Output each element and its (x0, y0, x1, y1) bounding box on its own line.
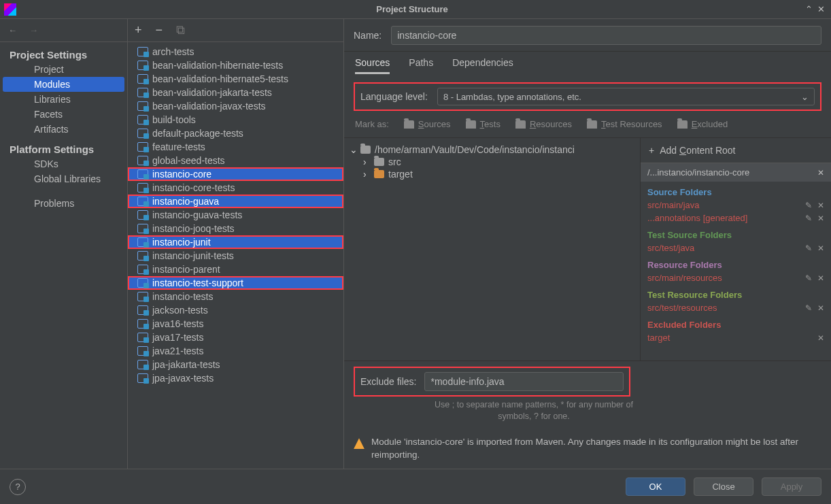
tab-paths[interactable]: Paths (409, 57, 433, 74)
copy-module-button[interactable]: ⧉ (176, 23, 185, 37)
folder-entry[interactable]: ...annotations [generated]✎✕ (641, 212, 831, 224)
nav-item-sdks[interactable]: SDKs (0, 156, 127, 171)
module-item[interactable]: global-seed-tests (128, 154, 343, 167)
remove-module-button[interactable]: − (156, 23, 163, 37)
module-list[interactable]: arch-testsbean-validation-hibernate-test… (128, 42, 343, 469)
module-name-input[interactable] (391, 26, 821, 45)
module-item[interactable]: instancio-junit (128, 235, 343, 249)
caret-right-icon[interactable]: › (363, 156, 370, 167)
tab-sources[interactable]: Sources (355, 57, 390, 74)
edit-folder-button[interactable]: ✎ (805, 201, 812, 210)
caret-down-icon[interactable]: ⌄ (350, 144, 356, 155)
module-item[interactable]: bean-validation-jakarta-tests (128, 86, 343, 99)
source-tree[interactable]: ⌄ /home/arman/Vault/Dev/Code/instancio/i… (344, 138, 641, 360)
add-content-root-label: Add Content Root (660, 145, 735, 156)
module-item[interactable]: bean-validation-hibernate5-tests (128, 72, 343, 86)
exclude-files-input[interactable] (424, 372, 624, 391)
folder-icon (466, 120, 476, 129)
mark-as-excluded[interactable]: Excluded (677, 119, 728, 129)
module-item[interactable]: java17-tests (128, 331, 343, 344)
module-item[interactable]: jackson-tests (128, 303, 343, 317)
mark-as-tests[interactable]: Tests (466, 119, 501, 129)
module-icon (137, 156, 148, 165)
folder-icon (360, 146, 371, 154)
module-item[interactable]: jpa-jakarta-tests (128, 358, 343, 371)
module-icon (137, 74, 148, 84)
nav-item-facets[interactable]: Facets (0, 107, 127, 122)
mark-as-label: Resources (530, 119, 572, 129)
tabs-row: SourcesPathsDependencies (344, 52, 831, 74)
module-item-label: java21-tests (152, 346, 203, 356)
module-item[interactable]: feature-tests (128, 140, 343, 154)
module-item[interactable]: instancio-core-tests (128, 181, 343, 195)
remove-folder-button[interactable]: ✕ (817, 201, 824, 210)
tree-item[interactable]: ›target (350, 168, 634, 180)
module-item[interactable]: jpa-javax-tests (128, 371, 343, 385)
add-content-root-button[interactable]: + Add Content Root (641, 138, 831, 163)
module-item[interactable]: build-tools (128, 113, 343, 127)
close-window-button[interactable]: ✕ (815, 4, 827, 14)
module-item-label: arch-tests (152, 46, 194, 57)
close-button[interactable]: Close (694, 477, 753, 496)
folder-entry[interactable]: src/test/resources✎✕ (641, 301, 831, 314)
nav-problems[interactable]: Problems (0, 196, 127, 211)
module-item-label: jpa-javax-tests (152, 373, 214, 384)
nav-forward-button[interactable]: → (29, 25, 38, 35)
nav-item-artifacts[interactable]: Artifacts (0, 122, 127, 137)
help-button[interactable]: ? (10, 479, 26, 495)
remove-folder-button[interactable]: ✕ (817, 214, 824, 223)
mid-row: ⌄ /home/arman/Vault/Dev/Code/instancio/i… (344, 137, 831, 361)
folder-entry[interactable]: src/main/resources✎✕ (641, 271, 831, 284)
module-item[interactable]: instancio-core (128, 167, 343, 181)
mark-as-sources[interactable]: Sources (404, 119, 451, 129)
module-icon (137, 183, 148, 192)
module-item[interactable]: instancio-junit-tests (128, 249, 343, 263)
folder-entry[interactable]: src/main/java✎✕ (641, 199, 831, 212)
module-item[interactable]: bean-validation-javax-tests (128, 99, 343, 113)
module-item[interactable]: instancio-tests (128, 290, 343, 303)
caret-right-icon[interactable]: › (363, 169, 370, 180)
module-item[interactable]: instancio-parent (128, 263, 343, 276)
folder-entry[interactable]: src/test/java✎✕ (641, 241, 831, 254)
edit-folder-button[interactable]: ✎ (805, 273, 812, 283)
language-level-dropdown[interactable]: 8 - Lambdas, type annotations, etc. ⌄ (437, 88, 815, 105)
tree-item[interactable]: ›src (350, 156, 634, 168)
module-item[interactable]: instancio-test-support (128, 276, 343, 290)
module-item[interactable]: arch-tests (128, 45, 343, 58)
folder-icon (515, 120, 526, 129)
module-icon (137, 373, 148, 383)
titlebar: Project Structure ⌃ ✕ (0, 0, 831, 19)
folder-entry[interactable]: target✕ (641, 331, 831, 344)
remove-folder-button[interactable]: ✕ (817, 333, 824, 343)
edit-folder-button[interactable]: ✎ (805, 243, 812, 253)
edit-folder-button[interactable]: ✎ (805, 214, 812, 223)
mark-as-label: Tests (480, 119, 501, 129)
minimize-button[interactable]: ⌃ (802, 4, 815, 14)
nav-item-libraries[interactable]: Libraries (0, 92, 127, 107)
nav-item-modules[interactable]: Modules (3, 77, 124, 92)
ok-button[interactable]: OK (626, 477, 685, 496)
tree-root[interactable]: ⌄ /home/arman/Vault/Dev/Code/instancio/i… (350, 144, 634, 156)
module-item[interactable]: instancio-guava (128, 195, 343, 208)
module-item[interactable]: instancio-jooq-tests (128, 222, 343, 235)
add-module-button[interactable]: + (135, 23, 142, 37)
nav-item-global-libraries[interactable]: Global Libraries (0, 171, 127, 186)
nav-back-button[interactable]: ← (8, 25, 17, 35)
tab-dependencies[interactable]: Dependencies (452, 57, 513, 74)
nav-item-project[interactable]: Project (0, 62, 127, 77)
module-item[interactable]: java21-tests (128, 344, 343, 358)
module-item[interactable]: bean-validation-hibernate-tests (128, 58, 343, 72)
module-item[interactable]: instancio-guava-tests (128, 208, 343, 222)
remove-content-root-button[interactable]: ✕ (817, 168, 824, 178)
remove-folder-button[interactable]: ✕ (817, 303, 824, 313)
remove-folder-button[interactable]: ✕ (817, 243, 824, 253)
module-item[interactable]: default-package-tests (128, 127, 343, 140)
edit-folder-button[interactable]: ✎ (805, 303, 812, 313)
module-icon (137, 129, 148, 138)
module-item[interactable]: java16-tests (128, 317, 343, 331)
remove-folder-button[interactable]: ✕ (817, 273, 824, 283)
mark-as-resources[interactable]: Resources (515, 119, 572, 129)
mark-as-test-resources[interactable]: Test Resources (587, 119, 662, 129)
apply-button[interactable]: Apply (762, 477, 821, 496)
plus-icon: + (649, 145, 654, 156)
